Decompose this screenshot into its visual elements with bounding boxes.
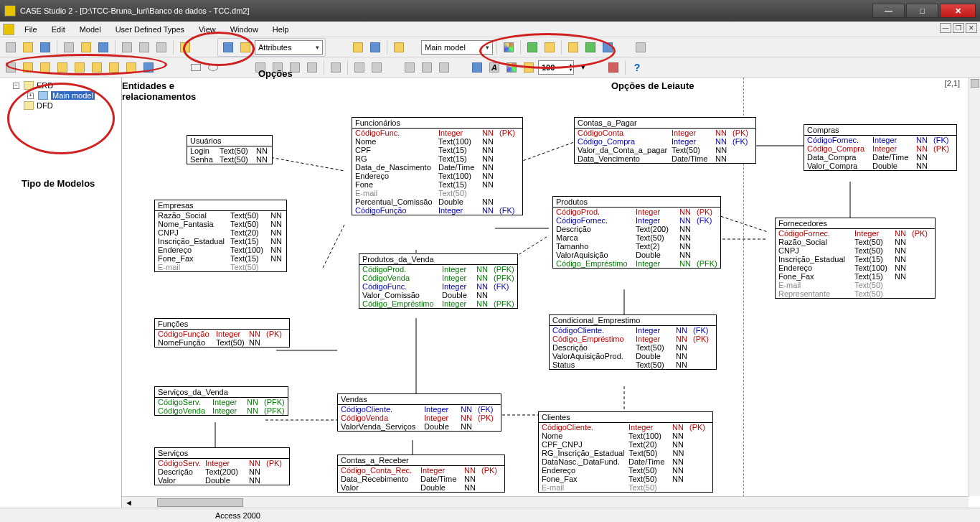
entity-compras[interactable]: ComprasCódigoFornec.IntegerNN(FK)Código_… [804, 124, 957, 171]
note-tool[interactable] [123, 60, 139, 75]
tool-f[interactable] [542, 39, 557, 55]
align-right[interactable] [287, 60, 303, 75]
diagram-canvas[interactable]: [2,1] UsuáriosLoginText(50)NNSenhaText(5… [122, 78, 980, 508]
entity-contas_pagar[interactable]: Contas_a_PagarCódigoContaIntegerNN(PK)Có… [574, 117, 756, 164]
expand-icon[interactable]: + [27, 93, 34, 99]
color-tool-3[interactable] [504, 60, 519, 75]
menu-user-defined-types[interactable]: User Defined Types [108, 23, 192, 36]
tool-c[interactable] [391, 39, 407, 55]
rel-tool-1[interactable] [37, 60, 53, 75]
layout-2[interactable] [419, 60, 435, 75]
open-button[interactable] [20, 39, 36, 55]
maximize-button[interactable]: □ [906, 4, 938, 18]
tool-g[interactable] [565, 39, 581, 55]
entity-title: Contas_a_Receber [338, 455, 504, 466]
shape-ellipse[interactable] [205, 60, 221, 75]
entity-contas_receber[interactable]: Contas_a_ReceberCódigo_Conta_Rec.Integer… [337, 455, 505, 493]
rel-tool-2[interactable] [55, 60, 70, 75]
entity-produtos[interactable]: ProdutosCódigoProd.IntegerNN(PK)CódigoFo… [552, 196, 721, 269]
tool-h[interactable] [583, 39, 598, 55]
entity-title: Fornecedores [776, 218, 935, 229]
entity-clientes[interactable]: ClientesCódigoCliente.IntegerNN(PK)NomeT… [538, 411, 713, 493]
entity-row: CódigoCliente.IntegerNN(FK) [550, 326, 716, 335]
entity-row: StatusText(50)NN [550, 360, 716, 369]
align-center[interactable] [270, 60, 286, 75]
rel-tool-5[interactable] [106, 60, 122, 75]
entity-row: CódigoFunçãoIntegerNN(PK) [155, 330, 289, 338]
menu-view[interactable]: View [192, 23, 223, 36]
tree-dfd[interactable]: + DFD [3, 101, 118, 111]
tool-e[interactable] [524, 39, 540, 55]
mdi-close-button[interactable]: ✕ [966, 23, 977, 33]
menu-model[interactable]: Model [72, 23, 108, 36]
menu-help[interactable]: Help [265, 23, 296, 36]
color-tool-1[interactable] [469, 60, 485, 75]
entity-funcoes[interactable]: FunçõesCódigoFunçãoIntegerNN(PK)NomeFunç… [154, 318, 290, 348]
save-button[interactable] [37, 39, 53, 55]
tree-erd[interactable]: − ERD [3, 80, 118, 90]
help-button[interactable]: ? [629, 60, 645, 75]
color-tool-4[interactable] [521, 60, 537, 75]
tool-b[interactable] [367, 39, 383, 55]
entity-tool[interactable] [20, 60, 36, 75]
minimize-button[interactable]: — [872, 4, 905, 18]
menu-file[interactable]: File [17, 23, 44, 36]
entity-empresas[interactable]: EmpresasRazão_SocialText(50)NNNome_Fanta… [154, 200, 287, 272]
menu-edit[interactable]: Edit [44, 23, 72, 36]
collapse-icon[interactable]: − [13, 83, 19, 89]
cut-button[interactable] [119, 39, 135, 55]
align-top[interactable] [304, 60, 320, 75]
layout-toggle-button[interactable] [237, 39, 253, 55]
align-bottom[interactable] [328, 60, 344, 75]
menu-window[interactable]: Window [223, 23, 265, 36]
horizontal-scrollbar[interactable]: ◄ [122, 496, 969, 508]
entity-condicional[interactable]: Condicional_EmprestimoCódigoCliente.Inte… [549, 314, 717, 370]
align-left[interactable] [253, 60, 268, 75]
entity-fornecedores[interactable]: FornecedoresCódigoFornec.IntegerNN(PK)Ra… [775, 218, 936, 299]
entity-servicos[interactable]: ServiçosCódigoServ.IntegerNN(PK)Descriçã… [154, 447, 290, 485]
entity-row: CódigoCliente.IntegerNN(FK) [338, 405, 501, 414]
close-button[interactable]: ✕ [940, 4, 976, 18]
rel-tool-3[interactable] [72, 60, 88, 75]
entity-usuarios[interactable]: UsuáriosLoginText(50)NNSenhaText(50)NN [187, 135, 273, 164]
layout-3[interactable] [436, 60, 452, 75]
doc-button[interactable] [95, 39, 111, 55]
tool-i[interactable] [600, 39, 616, 55]
model-combo[interactable]: Main model [421, 40, 493, 55]
stamp-tool[interactable] [141, 60, 156, 75]
paste-button[interactable] [154, 39, 169, 55]
entity-title: Compras [804, 125, 956, 136]
send-back[interactable] [369, 60, 385, 75]
tree-main-model[interactable]: + Main model [3, 90, 118, 101]
entity-row: RGText(15)NN [352, 154, 522, 163]
vertical-scrollbar[interactable] [969, 78, 980, 496]
tool-j[interactable] [633, 39, 649, 55]
mdi-minimize-button[interactable]: — [940, 23, 951, 33]
entity-vendas[interactable]: VendasCódigoCliente.IntegerNN(FK)CódigoV… [337, 393, 501, 432]
entity-row: CNPJText(20)NN [155, 228, 286, 237]
tool-red[interactable] [606, 60, 621, 75]
attributes-combo[interactable]: Attributes [255, 40, 323, 55]
check-button[interactable] [177, 39, 193, 55]
bring-front[interactable] [352, 60, 367, 75]
entity-servicos_venda[interactable]: Serviços_da_VendaCódigoServ.IntegerNN(PF… [154, 386, 288, 416]
zoom-dd[interactable]: ▾ [575, 60, 591, 75]
tool-a[interactable] [350, 39, 366, 55]
copy-button[interactable] [136, 39, 152, 55]
zoom-spinner[interactable]: 100 [538, 60, 574, 75]
entity-produtos_venda[interactable]: Produtos_da_VendaCódigoProd.IntegerNN(PF… [359, 253, 518, 309]
new-button[interactable] [3, 39, 19, 55]
pointer-tool[interactable] [3, 60, 19, 75]
report-button[interactable] [78, 39, 94, 55]
color-tool-2[interactable]: A [486, 60, 502, 75]
app-icon [4, 5, 16, 17]
shape-rect[interactable] [188, 60, 204, 75]
rel-tool-4[interactable] [89, 60, 105, 75]
grid-toggle-button[interactable] [220, 39, 236, 55]
entity-funcionarios[interactable]: FuncionáriosCódigoFunc.IntegerNN(PK)Nome… [352, 117, 523, 215]
layout-1[interactable] [402, 60, 418, 75]
tool-d[interactable] [501, 39, 517, 55]
print-button[interactable] [61, 39, 77, 55]
model-tree-panel: − ERD + Main model + DFD [0, 78, 122, 508]
mdi-restore-button[interactable]: ❐ [953, 23, 964, 33]
